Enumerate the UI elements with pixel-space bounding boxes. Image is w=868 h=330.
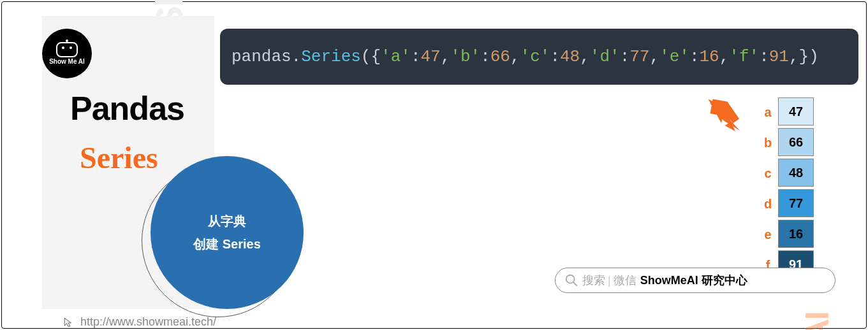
series-value: 48 [778,159,814,187]
table-row: e16 [758,219,814,250]
svg-line-10 [573,282,577,286]
series-value: 66 [778,128,814,156]
circle-line2: 创建 Series [193,233,261,255]
logo-face-icon [56,42,78,57]
arrow-icon [705,96,742,133]
series-table: a47b66c48d77e16f91 [758,97,814,280]
logo: Show Me AI [42,29,92,78]
series-index: c [758,166,778,181]
series-index: b [758,136,778,150]
table-row: c48 [758,158,814,189]
search-brand: ShowMeAI 研究中心 [640,273,747,288]
search-divider: | [608,274,611,287]
search-label: 搜索 [582,273,605,288]
cursor-icon [63,316,75,329]
table-row: d77 [758,189,814,219]
circle-line1: 从字典 [208,210,246,233]
series-value: 16 [778,220,814,248]
watermark-right: ShowMeAI [798,312,836,330]
series-index: e [758,227,778,242]
series-value: 47 [778,97,814,126]
search-icon [564,273,578,287]
series-value: 77 [778,189,814,217]
table-row: b66 [758,127,814,158]
code-block: pandas.Series({'a':47,'b':66,'c':48,'d':… [220,29,858,85]
search-pill[interactable]: 搜索 | 微信 ShowMeAI 研究中心 [555,268,835,293]
title-main: Pandas [70,89,184,127]
footer-url: http://www.showmeai.tech/ [80,315,216,329]
series-index: d [758,197,778,212]
logo-text: Show Me AI [49,59,85,65]
footer-link[interactable]: http://www.showmeai.tech/ [63,315,216,329]
search-platform: 微信 [614,273,636,288]
topic-circle: 从字典 创建 Series [151,156,304,309]
table-row: a47 [758,97,814,127]
svg-marker-8 [709,99,739,130]
series-index: a [758,105,778,120]
title-sub: Series [80,140,158,175]
